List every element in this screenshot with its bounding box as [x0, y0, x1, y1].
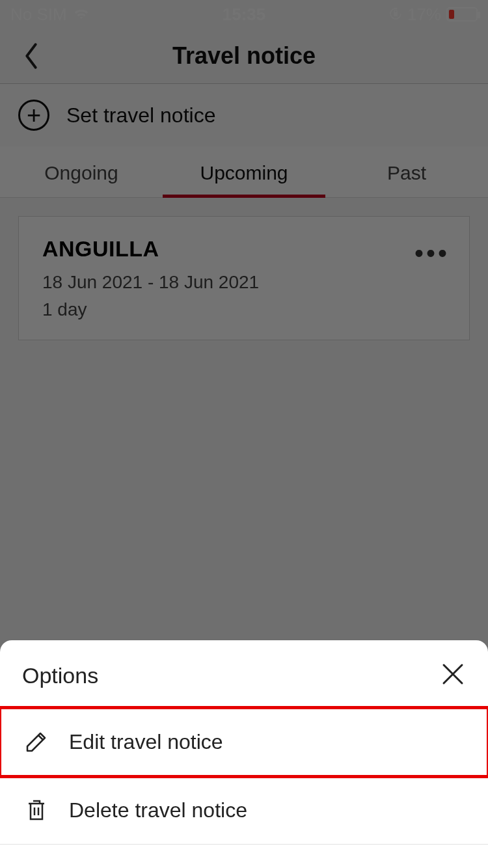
chevron-left-icon [22, 43, 40, 69]
delete-label: Delete travel notice [69, 798, 247, 822]
card-duration: 1 day [42, 299, 446, 320]
set-travel-notice-label: Set travel notice [66, 103, 215, 128]
pencil-icon [22, 727, 51, 756]
travel-notice-card[interactable]: ANGUILLA 18 Jun 2021 - 18 Jun 2021 1 day… [18, 216, 470, 340]
set-travel-notice-button[interactable]: + Set travel notice [0, 84, 488, 146]
page-title: Travel notice [172, 42, 316, 70]
tab-ongoing[interactable]: Ongoing [0, 146, 163, 197]
edit-label: Edit travel notice [69, 730, 223, 754]
options-sheet: Options Edit travel notice Delete travel [0, 640, 488, 868]
trash-icon [22, 796, 51, 824]
sheet-title: Options [22, 663, 98, 688]
battery-icon [446, 7, 478, 21]
back-button[interactable] [16, 40, 47, 72]
tab-upcoming[interactable]: Upcoming [163, 146, 325, 197]
clock-label: 15:35 [0, 5, 488, 25]
delete-travel-notice-button[interactable]: Delete travel notice [0, 776, 488, 845]
tabs: Ongoing Upcoming Past [0, 146, 488, 198]
tab-past[interactable]: Past [325, 146, 488, 197]
plus-circle-icon: + [18, 100, 49, 131]
card-more-button[interactable]: ••• [414, 239, 450, 268]
close-button[interactable] [440, 661, 466, 690]
card-destination: ANGUILLA [42, 236, 446, 262]
edit-travel-notice-button[interactable]: Edit travel notice [0, 708, 488, 776]
status-bar: No SIM 15:35 1 [0, 0, 488, 29]
nav-header: Travel notice [0, 29, 488, 84]
ellipsis-icon: ••• [414, 239, 450, 267]
card-dates: 18 Jun 2021 - 18 Jun 2021 [42, 272, 446, 293]
close-icon [440, 661, 466, 687]
